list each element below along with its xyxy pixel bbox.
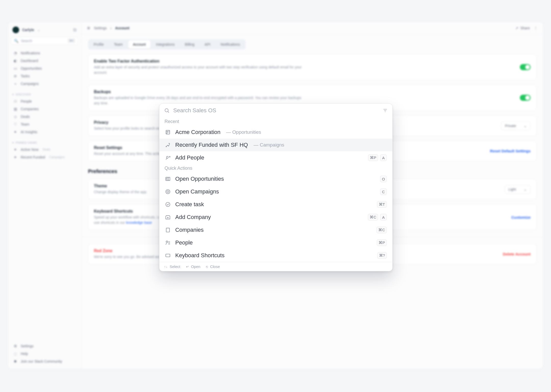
sidebar-item-label: Tasks (21, 74, 30, 78)
sidebar-item-label: AI Insights (21, 130, 37, 134)
sidebar-item-tasks[interactable]: ⊘Tasks (11, 72, 78, 80)
palette-item-context: — Opportunities (226, 129, 261, 135)
footer-select: ↑↓Select (164, 264, 180, 269)
breadcrumb-current: Account (115, 26, 129, 30)
collapse-sidebar-icon[interactable]: ⧉ (73, 27, 77, 33)
megaphone-icon: ⌁ (13, 82, 18, 86)
chevron-down-icon[interactable]: ⌄ (37, 28, 40, 32)
sidebar-item-settings[interactable]: ⚙Settings (11, 342, 78, 350)
kbd-chip: O (380, 176, 387, 182)
palette-item[interactable]: Open OpportunitiesO (159, 173, 392, 185)
sidebar-item-deals[interactable]: ◇Deals (11, 113, 78, 120)
pin-icon: ✦ (13, 155, 18, 159)
toggle-2fa[interactable] (520, 64, 531, 70)
kbd-chip: A (380, 214, 387, 220)
kb-link[interactable]: knowledge base (126, 220, 152, 225)
sidebar-item-team[interactable]: ♡Team (11, 120, 78, 128)
bell-icon: ◔ (13, 51, 18, 55)
palette-item[interactable]: Recently Funded with SF HQ— Campaigns (159, 139, 392, 151)
palette-item-shortcuts: ⌘CA (368, 214, 387, 220)
palette-item-label: Create task (175, 201, 204, 208)
toggle-backups[interactable] (520, 95, 531, 101)
palette-item-icon (165, 189, 171, 194)
sidebar-item-ai[interactable]: ✦AI Insights (11, 128, 78, 136)
sidebar-search[interactable]: 🔍 Search ⌘K (11, 37, 78, 45)
palette-item[interactable]: People⌘P (159, 236, 392, 249)
palette-item[interactable]: Companies⌘C (159, 224, 392, 236)
search-icon: 🔍 (14, 39, 18, 43)
footer-close: ⎋Close (206, 264, 220, 269)
reset-default-button[interactable]: Reset Default Settings (490, 149, 531, 153)
palette-item[interactable]: Add People⌘PA (159, 151, 392, 164)
palette-item-shortcuts: ⌘? (377, 252, 387, 259)
tab-billing[interactable]: Billing (180, 40, 199, 48)
updown-icon: ↑↓ (164, 265, 168, 269)
filter-icon[interactable] (383, 108, 388, 113)
team-icon: ♡ (13, 122, 18, 126)
palette-item[interactable]: Open CampaignsC (159, 185, 392, 198)
palette-item[interactable]: Keyboard Shortcuts⌘? (159, 249, 392, 262)
palette-item[interactable]: Add Company⌘CA (159, 211, 392, 224)
svg-point-6 (167, 131, 168, 132)
palette-item-icon (165, 142, 171, 148)
customize-button[interactable]: Customize (511, 215, 531, 219)
sidebar-item-opportunities[interactable]: ▭Opportunities (11, 65, 78, 72)
nav-discover-title: ▸Discover (11, 92, 78, 97)
slack-icon: ✱ (13, 359, 18, 363)
svg-point-19 (166, 202, 170, 207)
more-icon[interactable]: ⋮ (534, 26, 537, 30)
sidebar-item-campaigns[interactable]: ⌁Campaigns (11, 80, 78, 88)
card-desc: Add an extra layer of security and prote… (94, 65, 303, 75)
palette-search-row[interactable]: Search Sales OS (159, 104, 392, 117)
theme-select[interactable]: Light⌄ (505, 185, 531, 194)
svg-point-17 (166, 190, 170, 194)
card-title: Backups (94, 90, 515, 94)
tab-notifications[interactable]: Notifications (216, 40, 245, 48)
kbd-chip: ⌘? (377, 252, 387, 259)
sidebar-item-label: Companies (21, 107, 39, 111)
tab-account[interactable]: Account (128, 40, 151, 48)
search-placeholder: Search (21, 39, 32, 43)
sidebar-item-people[interactable]: ⚇People (11, 97, 78, 105)
palette-item-icon (165, 253, 171, 258)
palette-item-shortcuts: C (380, 188, 387, 195)
sidebar-item-notifications[interactable]: ◔Notifications (11, 49, 78, 57)
sidebar-item-label: Campaigns (21, 82, 39, 86)
kbd-chip: C (380, 188, 387, 195)
sidebar-item-pinned[interactable]: ✦Active NowDeals (11, 146, 78, 153)
sidebar-item-label: Help (21, 352, 28, 356)
tab-integrations[interactable]: Integrations (152, 40, 179, 48)
sidebar-item-companies[interactable]: ▥Companies (11, 105, 78, 113)
palette-item[interactable]: Acme Corporation— Opportunities (159, 126, 392, 139)
nav-pinned-title: ▸Pinned Views (11, 140, 78, 146)
share-button[interactable]: ↗ Share (515, 26, 530, 30)
avatar[interactable] (12, 27, 19, 33)
sidebar-item-label: People (21, 99, 32, 103)
sidebar-item-label: Recent Funded (21, 155, 45, 159)
command-palette: Search Sales OS Recent Acme Corporation—… (159, 103, 393, 271)
svg-point-18 (167, 191, 169, 192)
palette-item[interactable]: Create task⌘T (159, 198, 392, 211)
svg-rect-33 (166, 254, 170, 257)
sidebar-item-slack[interactable]: ✱Join our Slack Community (11, 358, 78, 365)
user-name[interactable]: Carlyle (22, 28, 34, 32)
breadcrumb-root[interactable]: Settings (94, 26, 107, 30)
privacy-select[interactable]: Private⌄ (501, 121, 531, 130)
deals-icon: ◇ (13, 115, 18, 119)
kbd-chip: ⌘C (368, 214, 378, 220)
nav-pinned: ▸Pinned Views ✦Active NowDeals ✦Recent F… (11, 140, 78, 161)
sidebar-item-pinned[interactable]: ✦Recent FundedCampaigns (11, 153, 78, 161)
sidebar: Carlyle ⌄ ⧉ 🔍 Search ⌘K ◔Notifications ◐… (8, 22, 81, 369)
kbd-chip: ⌘P (368, 154, 378, 161)
sidebar-item-label: Team (21, 122, 29, 126)
tab-api[interactable]: API (200, 40, 215, 48)
delete-account-button[interactable]: Delete Account (503, 252, 531, 256)
sidebar-item-dashboard[interactable]: ◐Dashboard (11, 57, 78, 65)
kbd-chip: ⌘C (377, 227, 387, 233)
tab-team[interactable]: Team (109, 40, 127, 48)
tab-profile[interactable]: Profile (89, 40, 108, 48)
palette-footer: ↑↓Select ↵Open ⎋Close (159, 262, 392, 271)
sidebar-item-help[interactable]: ◌Help (11, 350, 78, 358)
palette-placeholder: Search Sales OS (173, 107, 216, 114)
check-circle-icon: ⊘ (13, 74, 18, 78)
